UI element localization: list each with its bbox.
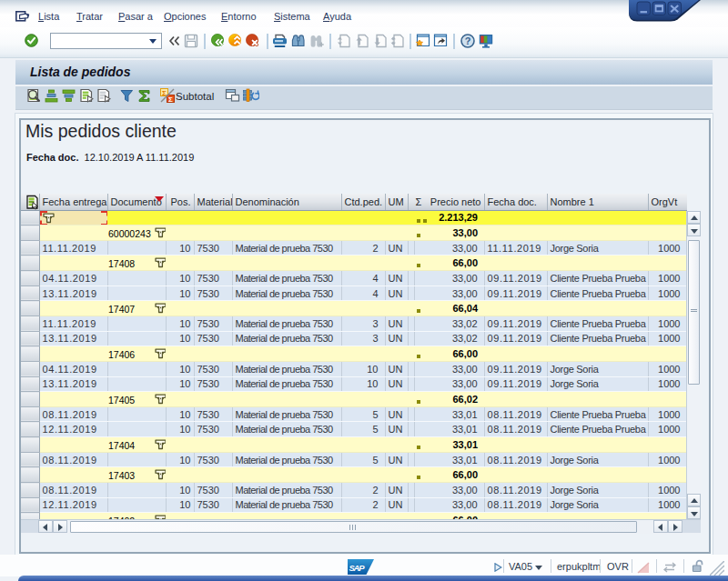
svg-text:Σ: Σ bbox=[168, 95, 173, 104]
svg-text:?: ? bbox=[465, 35, 471, 46]
svg-text:Σ: Σ bbox=[162, 89, 167, 97]
svg-text:SAP: SAP bbox=[349, 563, 366, 573]
